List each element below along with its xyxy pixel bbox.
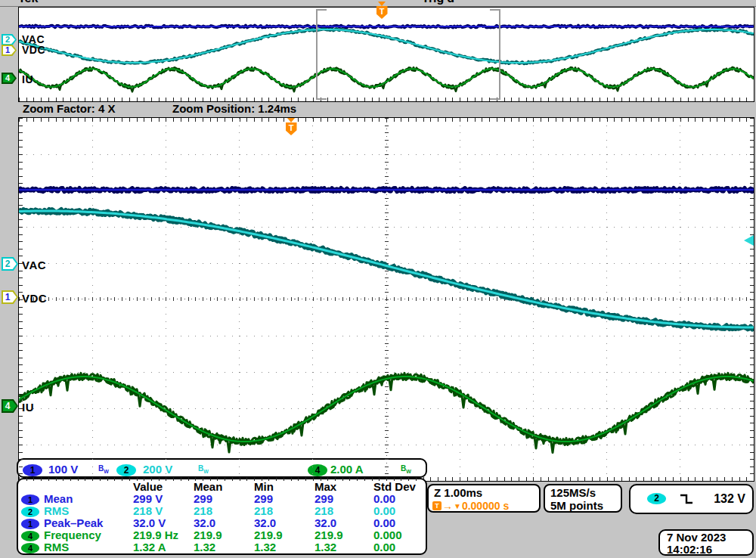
measurement-value: 299 V	[133, 493, 194, 505]
measurement-max: 32.0	[314, 517, 373, 529]
time-label: 14:02:16	[667, 543, 712, 556]
measurement-name: RMS	[44, 541, 133, 553]
oscilloscope-screen: Tek Trig'd VAC VDC IU 2 1 4 T Zoom Facto…	[0, 0, 756, 558]
col-mean: Mean	[194, 481, 254, 493]
measurement-header-row: Value Mean Min Max Std Dev	[21, 480, 426, 493]
ch4-marker-main[interactable]: 4	[2, 399, 18, 413]
trigger-level-value: 132 V	[714, 492, 745, 506]
main-iu-label: IU	[22, 401, 34, 414]
ch1-marker-main[interactable]: 1	[2, 290, 18, 304]
vac-main-fuzz	[19, 209, 754, 329]
zoom-factor-label: Zoom Factor: 4 X	[23, 102, 116, 115]
col-std-dev: Std Dev	[373, 481, 426, 493]
datetime-box: 7 Nov 2023 14:02:16	[658, 529, 754, 556]
measurement-min: 218	[254, 505, 314, 517]
trigger-time-readout: T→▼0.00000 s	[432, 500, 509, 512]
channel-badge: 4	[21, 543, 39, 553]
measurement-std: 0.00	[373, 517, 426, 529]
measurement-min: 1.32	[254, 541, 314, 553]
vac-overview-fuzz	[19, 29, 754, 64]
falling-edge-icon	[679, 492, 694, 506]
measurement-max: 1.32	[314, 541, 373, 553]
channel-badge: 1	[21, 494, 39, 505]
zoom-window-left-bracket[interactable]	[316, 9, 318, 100]
measurement-min: 219.9	[254, 529, 314, 541]
col-max: Max	[314, 481, 373, 493]
measurement-std: 0.00	[373, 505, 426, 517]
zoom-scale-label: Z 1.00ms	[434, 486, 482, 499]
zoom-waveform-window: VAC VDC IU	[18, 117, 754, 482]
measurement-value: 1.32 A	[133, 541, 194, 553]
arrow-right-icon: →	[442, 500, 453, 512]
zoom-window-right-bracket[interactable]	[499, 9, 500, 100]
measurement-value: 32.0 V	[133, 517, 194, 529]
overview-iu-label: IU	[22, 73, 33, 85]
trigger-settings-box[interactable]: 2 132 V	[629, 484, 754, 514]
measurement-std: 0.00	[373, 493, 426, 505]
trigger-t-icon: T	[286, 122, 297, 135]
horizontal-settings-box[interactable]: Z 1.00ms T→▼0.00000 s	[427, 484, 541, 513]
measurement-std: 0.000	[373, 529, 426, 541]
measurement-row: 4RMS1.32 A1.321.321.320.00	[21, 541, 426, 553]
measurement-min: 299	[254, 493, 314, 505]
trigger-level-arrow[interactable]	[744, 235, 754, 246]
measurement-name: Frequency	[44, 529, 133, 541]
trigger-position-marker-main[interactable]: T	[285, 118, 297, 135]
trigger-status: Trig'd	[422, 0, 494, 5]
measurement-mean: 1.32	[194, 541, 254, 553]
channel-badge: 2	[21, 507, 39, 517]
date-label: 7 Nov 2023	[667, 531, 726, 544]
trigger-t-icon: T	[376, 6, 388, 19]
measurement-mean: 299	[194, 493, 254, 505]
measurement-mean: 32.0	[194, 517, 254, 529]
measurement-name: Mean	[44, 493, 133, 505]
ch4-marker-overview[interactable]: 4	[2, 73, 17, 84]
ch2-marker-main[interactable]: 2	[2, 257, 18, 271]
measurement-value: 219.9 Hz	[133, 529, 194, 541]
zoomed-waveforms	[19, 118, 754, 481]
trigger-source-badge: 2	[647, 493, 666, 504]
marker-down-icon: ▼	[454, 502, 461, 510]
overview-waveforms	[19, 8, 754, 101]
measurement-row: 1Mean299 V2992992990.00	[21, 493, 426, 505]
col-min: Min	[254, 481, 314, 493]
measurement-value: 218 V	[133, 505, 194, 517]
vac-overview	[19, 29, 754, 63]
ch2-marker-overview[interactable]: 2	[2, 34, 17, 45]
measurement-min: 32.0	[254, 517, 314, 529]
measurement-max: 219.9	[314, 529, 373, 541]
overview-window: VAC VDC IU	[18, 7, 754, 102]
measurement-max: 299	[314, 493, 373, 505]
overview-vdc-label: VDC	[22, 44, 45, 56]
measurement-row: 2RMS218 V2182182180.00	[21, 505, 426, 517]
measurement-std: 0.00	[373, 541, 426, 553]
trigger-arrow-icon	[287, 118, 295, 122]
measurement-row: 1Peak–Peak32.0 V32.032.032.00.00	[21, 517, 426, 529]
measurement-row: 4Frequency219.9 Hz219.9219.9219.90.000	[21, 529, 426, 541]
tek-logo: Tek	[18, 0, 64, 5]
trigger-t-icon: T	[432, 501, 442, 510]
measurement-name: Peak–Peak	[44, 517, 133, 529]
channel-badge: 4	[21, 531, 39, 541]
measurement-mean: 219.9	[194, 529, 254, 541]
channel-badge: 1	[21, 519, 39, 529]
zoom-position-label: Zoom Position: 1.24ms	[172, 102, 296, 115]
measurement-name: RMS	[44, 505, 133, 517]
trigger-arrow-icon	[378, 2, 386, 6]
sample-rate: 125MS/s	[550, 486, 596, 499]
measurement-max: 218	[314, 505, 373, 517]
measurement-mean: 218	[194, 505, 254, 517]
acquisition-box[interactable]: 125MS/s 5M points	[544, 484, 622, 513]
record-length: 5M points	[550, 499, 603, 512]
ch1-marker-overview[interactable]: 1	[2, 45, 17, 56]
measurement-table: Value Mean Min Max Std Dev 1Mean299 V299…	[17, 478, 427, 555]
main-vdc-label: VDC	[22, 292, 47, 305]
col-value: Value	[133, 481, 194, 493]
zoom-info-bar: Zoom Factor: 4 X Zoom Position: 1.24ms	[18, 101, 753, 116]
main-vac-label: VAC	[22, 259, 46, 271]
trigger-position-marker-overview[interactable]: T	[376, 2, 388, 19]
